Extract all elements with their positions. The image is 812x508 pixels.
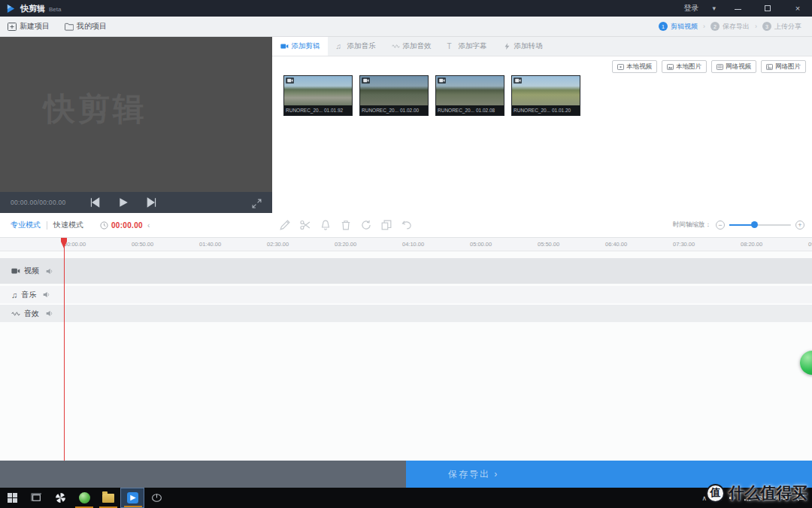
- clip-image: [436, 76, 504, 105]
- total-duration: 00:00.00: [100, 221, 143, 230]
- quick-mode-button[interactable]: 快速模式: [53, 220, 83, 230]
- kuaijianji-app-button[interactable]: [120, 488, 144, 508]
- file-explorer-button[interactable]: [96, 488, 120, 508]
- player-timecode: 00:00.00/00:00.00: [11, 199, 66, 206]
- ruler-tick-label: 07:30.00: [673, 241, 695, 248]
- source-button-label: 网络图片: [775, 62, 801, 71]
- web-video-button[interactable]: 网络视频: [711, 60, 756, 73]
- clip-image: [512, 76, 580, 105]
- step-label: 上传分享: [774, 22, 801, 32]
- step-edit-video[interactable]: 1 剪辑视频: [659, 22, 698, 32]
- step-save-export[interactable]: 2 保存导出: [710, 22, 750, 32]
- minimize-button[interactable]: [729, 4, 746, 13]
- fullscreen-icon[interactable]: [252, 198, 262, 208]
- tab-label: 添加转场: [514, 41, 543, 51]
- local-image-button[interactable]: 本地图片: [662, 60, 707, 73]
- track-label: 视频: [24, 266, 39, 276]
- mute-bell-icon[interactable]: [320, 220, 331, 230]
- titlebar: 快剪辑 Beta 登录 ▾ ×: [0, 0, 812, 17]
- tab-add-music[interactable]: ♫ 添加音乐: [328, 37, 383, 56]
- tab-add-transition[interactable]: 添加转场: [495, 37, 550, 56]
- speaker-icon[interactable]: [46, 268, 53, 275]
- my-projects-button[interactable]: 我的项目: [65, 21, 107, 32]
- tab-add-subtitle[interactable]: T 添加字幕: [439, 37, 495, 56]
- new-project-label: 新建项目: [20, 21, 50, 32]
- misc-app-button[interactable]: [144, 488, 168, 508]
- track-label: 音效: [24, 309, 39, 319]
- zoom-in-icon[interactable]: +: [795, 221, 804, 230]
- tab-label: 添加字幕: [459, 41, 487, 51]
- clip-thumbnail[interactable]: RUNOREC_20... 01.01.92: [283, 75, 353, 116]
- my-projects-label: 我的项目: [77, 21, 107, 32]
- clip-thumbnail[interactable]: RUNOREC_20... 01.02.08: [435, 75, 504, 116]
- green-ball-icon: [79, 492, 90, 503]
- new-project-button[interactable]: 新建项目: [8, 21, 50, 32]
- delete-trash-icon[interactable]: [341, 220, 351, 230]
- sound-effect-track[interactable]: [0, 305, 812, 322]
- pro-mode-button[interactable]: 专业模式: [11, 220, 41, 230]
- speaker-icon[interactable]: [46, 310, 53, 317]
- zoom-slider-thumb[interactable]: [751, 221, 758, 228]
- clip-thumbnail[interactable]: RUNOREC_20... 01.02.00: [359, 75, 429, 116]
- menu-dropdown-icon[interactable]: ▾: [712, 5, 716, 12]
- video-track[interactable]: [0, 258, 812, 284]
- collapse-icon[interactable]: ‹: [147, 221, 150, 230]
- clip-thumbnail[interactable]: RUNOREC_20... 01.01.20: [511, 75, 580, 116]
- player-controls-bar: 00:00.00/00:00.00: [0, 192, 272, 213]
- web-image-icon: [766, 64, 773, 70]
- zoom-out-icon[interactable]: −: [716, 221, 725, 230]
- music-track[interactable]: [0, 286, 812, 303]
- music-track-header: ♫ 音乐: [0, 286, 62, 303]
- browser-app-button[interactable]: [72, 488, 96, 508]
- clip-name: RUNOREC_20... 01.01.20: [512, 105, 580, 115]
- clip-tools: [280, 220, 412, 230]
- edit-pencil-icon[interactable]: [280, 220, 290, 230]
- divider: [47, 221, 47, 230]
- prev-frame-button[interactable]: [89, 197, 101, 208]
- ruler-tick-label: 05:00.00: [470, 241, 492, 248]
- app-title: 快剪辑: [20, 3, 45, 14]
- undo-icon[interactable]: [401, 220, 412, 230]
- restore-button[interactable]: [759, 4, 776, 13]
- step-upload-share[interactable]: 3 上传分享: [762, 22, 801, 32]
- local-video-button[interactable]: 本地视频: [612, 60, 657, 73]
- chevron-right-icon: ›: [703, 23, 705, 30]
- tab-add-clip[interactable]: 添加剪辑: [272, 37, 328, 56]
- task-view-button[interactable]: [24, 488, 48, 508]
- smzdm-logo-icon: 值: [706, 484, 725, 503]
- save-export-label: 保存导出 ›: [448, 468, 498, 481]
- pinwheel-app-button[interactable]: [48, 488, 72, 508]
- transition-icon: [503, 43, 511, 50]
- zoom-slider[interactable]: [729, 224, 791, 226]
- timeline-zoom-control: 时间轴缩放： − +: [673, 221, 804, 230]
- playhead-pin[interactable]: [61, 242, 67, 248]
- playhead-line[interactable]: [64, 238, 65, 461]
- sound-wave-icon: [392, 43, 400, 50]
- app-window: 快剪辑 Beta 登录 ▾ × 新建项目 我的项目 1 剪: [0, 0, 812, 508]
- task-view-icon: [31, 492, 42, 503]
- rotate-icon[interactable]: [361, 220, 371, 230]
- taskbar: ∧ 2016-08-20: [0, 488, 812, 508]
- play-button[interactable]: [117, 197, 129, 208]
- timeline-ruler[interactable]: 00:00.00 00:50.00 01:40.00 02:30.00 03:2…: [0, 238, 812, 251]
- media-tabs: 添加剪辑 ♫ 添加音乐 添加音效 T 添加字幕 添加转场: [272, 37, 812, 56]
- duration-value: 00:00.00: [111, 221, 143, 230]
- ruler-tick-label: 03:20.00: [335, 241, 356, 248]
- ruler-tick-label: 06:40.00: [605, 241, 627, 248]
- web-video-icon: [717, 64, 723, 70]
- edit-toolbar: 专业模式 快速模式 00:00.00 ‹: [0, 213, 812, 238]
- camera-icon: [11, 267, 20, 275]
- source-button-label: 网络视频: [726, 62, 751, 71]
- folder-icon: [65, 23, 74, 31]
- split-scissors-icon[interactable]: [300, 220, 311, 230]
- login-button[interactable]: 登录: [683, 3, 698, 14]
- clip-name: RUNOREC_20... 01.02.00: [360, 105, 428, 115]
- web-image-button[interactable]: 网络图片: [761, 60, 806, 73]
- start-button[interactable]: [0, 488, 24, 508]
- copy-icon[interactable]: [381, 220, 392, 230]
- next-frame-button[interactable]: [146, 197, 158, 208]
- timeline[interactable]: 00:00.00 00:50.00 01:40.00 02:30.00 03:2…: [0, 238, 812, 461]
- tab-add-sound-effect[interactable]: 添加音效: [383, 37, 439, 56]
- speaker-icon[interactable]: [43, 291, 50, 298]
- close-button[interactable]: ×: [789, 4, 806, 13]
